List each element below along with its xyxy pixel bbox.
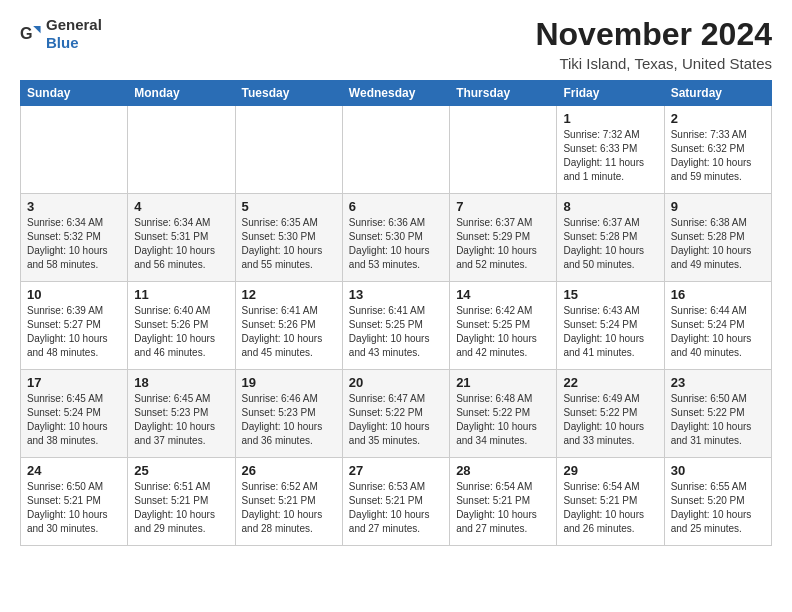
day-info: Sunrise: 6:44 AM Sunset: 5:24 PM Dayligh…	[671, 304, 765, 360]
calendar-cell: 24Sunrise: 6:50 AM Sunset: 5:21 PM Dayli…	[21, 458, 128, 546]
day-info: Sunrise: 6:55 AM Sunset: 5:20 PM Dayligh…	[671, 480, 765, 536]
day-number: 23	[671, 375, 765, 390]
day-info: Sunrise: 6:38 AM Sunset: 5:28 PM Dayligh…	[671, 216, 765, 272]
day-number: 15	[563, 287, 657, 302]
col-monday: Monday	[128, 81, 235, 106]
day-info: Sunrise: 6:35 AM Sunset: 5:30 PM Dayligh…	[242, 216, 336, 272]
calendar-cell: 18Sunrise: 6:45 AM Sunset: 5:23 PM Dayli…	[128, 370, 235, 458]
day-info: Sunrise: 6:41 AM Sunset: 5:25 PM Dayligh…	[349, 304, 443, 360]
calendar-cell	[235, 106, 342, 194]
day-info: Sunrise: 6:46 AM Sunset: 5:23 PM Dayligh…	[242, 392, 336, 448]
calendar-cell: 19Sunrise: 6:46 AM Sunset: 5:23 PM Dayli…	[235, 370, 342, 458]
logo: G General Blue	[20, 16, 102, 52]
calendar-cell: 4Sunrise: 6:34 AM Sunset: 5:31 PM Daylig…	[128, 194, 235, 282]
day-number: 20	[349, 375, 443, 390]
day-number: 21	[456, 375, 550, 390]
calendar-cell: 30Sunrise: 6:55 AM Sunset: 5:20 PM Dayli…	[664, 458, 771, 546]
week-row-3: 10Sunrise: 6:39 AM Sunset: 5:27 PM Dayli…	[21, 282, 772, 370]
col-thursday: Thursday	[450, 81, 557, 106]
day-number: 4	[134, 199, 228, 214]
calendar-subtitle: Tiki Island, Texas, United States	[535, 55, 772, 72]
day-info: Sunrise: 7:33 AM Sunset: 6:32 PM Dayligh…	[671, 128, 765, 184]
calendar-cell: 21Sunrise: 6:48 AM Sunset: 5:22 PM Dayli…	[450, 370, 557, 458]
calendar-cell	[342, 106, 449, 194]
day-info: Sunrise: 6:50 AM Sunset: 5:22 PM Dayligh…	[671, 392, 765, 448]
calendar-cell: 20Sunrise: 6:47 AM Sunset: 5:22 PM Dayli…	[342, 370, 449, 458]
day-number: 30	[671, 463, 765, 478]
week-row-5: 24Sunrise: 6:50 AM Sunset: 5:21 PM Dayli…	[21, 458, 772, 546]
calendar-cell: 16Sunrise: 6:44 AM Sunset: 5:24 PM Dayli…	[664, 282, 771, 370]
day-info: Sunrise: 6:54 AM Sunset: 5:21 PM Dayligh…	[563, 480, 657, 536]
day-number: 29	[563, 463, 657, 478]
calendar-cell: 25Sunrise: 6:51 AM Sunset: 5:21 PM Dayli…	[128, 458, 235, 546]
day-number: 14	[456, 287, 550, 302]
calendar-cell	[21, 106, 128, 194]
day-info: Sunrise: 6:50 AM Sunset: 5:21 PM Dayligh…	[27, 480, 121, 536]
day-info: Sunrise: 6:47 AM Sunset: 5:22 PM Dayligh…	[349, 392, 443, 448]
day-info: Sunrise: 6:41 AM Sunset: 5:26 PM Dayligh…	[242, 304, 336, 360]
calendar-cell: 13Sunrise: 6:41 AM Sunset: 5:25 PM Dayli…	[342, 282, 449, 370]
day-info: Sunrise: 6:52 AM Sunset: 5:21 PM Dayligh…	[242, 480, 336, 536]
day-number: 7	[456, 199, 550, 214]
day-number: 19	[242, 375, 336, 390]
logo-general: General	[46, 16, 102, 33]
day-number: 8	[563, 199, 657, 214]
logo-icon: G	[20, 23, 42, 45]
day-info: Sunrise: 6:34 AM Sunset: 5:31 PM Dayligh…	[134, 216, 228, 272]
calendar-cell: 17Sunrise: 6:45 AM Sunset: 5:24 PM Dayli…	[21, 370, 128, 458]
calendar-cell: 27Sunrise: 6:53 AM Sunset: 5:21 PM Dayli…	[342, 458, 449, 546]
calendar-cell: 23Sunrise: 6:50 AM Sunset: 5:22 PM Dayli…	[664, 370, 771, 458]
day-number: 6	[349, 199, 443, 214]
col-tuesday: Tuesday	[235, 81, 342, 106]
day-info: Sunrise: 6:53 AM Sunset: 5:21 PM Dayligh…	[349, 480, 443, 536]
day-info: Sunrise: 6:40 AM Sunset: 5:26 PM Dayligh…	[134, 304, 228, 360]
day-number: 18	[134, 375, 228, 390]
day-number: 25	[134, 463, 228, 478]
calendar-title: November 2024	[535, 16, 772, 53]
day-info: Sunrise: 6:36 AM Sunset: 5:30 PM Dayligh…	[349, 216, 443, 272]
calendar-cell: 7Sunrise: 6:37 AM Sunset: 5:29 PM Daylig…	[450, 194, 557, 282]
day-info: Sunrise: 7:32 AM Sunset: 6:33 PM Dayligh…	[563, 128, 657, 184]
day-number: 1	[563, 111, 657, 126]
day-info: Sunrise: 6:45 AM Sunset: 5:23 PM Dayligh…	[134, 392, 228, 448]
day-number: 3	[27, 199, 121, 214]
day-number: 17	[27, 375, 121, 390]
calendar-cell	[450, 106, 557, 194]
calendar-cell: 11Sunrise: 6:40 AM Sunset: 5:26 PM Dayli…	[128, 282, 235, 370]
col-saturday: Saturday	[664, 81, 771, 106]
day-number: 28	[456, 463, 550, 478]
day-info: Sunrise: 6:51 AM Sunset: 5:21 PM Dayligh…	[134, 480, 228, 536]
svg-text:G: G	[20, 24, 33, 42]
col-sunday: Sunday	[21, 81, 128, 106]
day-info: Sunrise: 6:37 AM Sunset: 5:29 PM Dayligh…	[456, 216, 550, 272]
day-number: 22	[563, 375, 657, 390]
day-number: 16	[671, 287, 765, 302]
day-info: Sunrise: 6:34 AM Sunset: 5:32 PM Dayligh…	[27, 216, 121, 272]
calendar-cell: 3Sunrise: 6:34 AM Sunset: 5:32 PM Daylig…	[21, 194, 128, 282]
day-info: Sunrise: 6:43 AM Sunset: 5:24 PM Dayligh…	[563, 304, 657, 360]
day-info: Sunrise: 6:37 AM Sunset: 5:28 PM Dayligh…	[563, 216, 657, 272]
calendar-cell: 15Sunrise: 6:43 AM Sunset: 5:24 PM Dayli…	[557, 282, 664, 370]
day-info: Sunrise: 6:48 AM Sunset: 5:22 PM Dayligh…	[456, 392, 550, 448]
day-info: Sunrise: 6:42 AM Sunset: 5:25 PM Dayligh…	[456, 304, 550, 360]
calendar-cell: 22Sunrise: 6:49 AM Sunset: 5:22 PM Dayli…	[557, 370, 664, 458]
day-number: 5	[242, 199, 336, 214]
calendar-cell: 29Sunrise: 6:54 AM Sunset: 5:21 PM Dayli…	[557, 458, 664, 546]
day-number: 9	[671, 199, 765, 214]
calendar-cell: 9Sunrise: 6:38 AM Sunset: 5:28 PM Daylig…	[664, 194, 771, 282]
day-number: 13	[349, 287, 443, 302]
calendar-cell: 1Sunrise: 7:32 AM Sunset: 6:33 PM Daylig…	[557, 106, 664, 194]
svg-marker-1	[33, 26, 40, 33]
day-number: 11	[134, 287, 228, 302]
day-number: 26	[242, 463, 336, 478]
day-number: 27	[349, 463, 443, 478]
calendar-table: Sunday Monday Tuesday Wednesday Thursday…	[20, 80, 772, 546]
calendar-cell: 26Sunrise: 6:52 AM Sunset: 5:21 PM Dayli…	[235, 458, 342, 546]
logo-blue: Blue	[46, 34, 79, 51]
day-number: 10	[27, 287, 121, 302]
day-number: 12	[242, 287, 336, 302]
header-row: Sunday Monday Tuesday Wednesday Thursday…	[21, 81, 772, 106]
calendar-cell	[128, 106, 235, 194]
day-info: Sunrise: 6:49 AM Sunset: 5:22 PM Dayligh…	[563, 392, 657, 448]
title-area: November 2024 Tiki Island, Texas, United…	[535, 16, 772, 72]
